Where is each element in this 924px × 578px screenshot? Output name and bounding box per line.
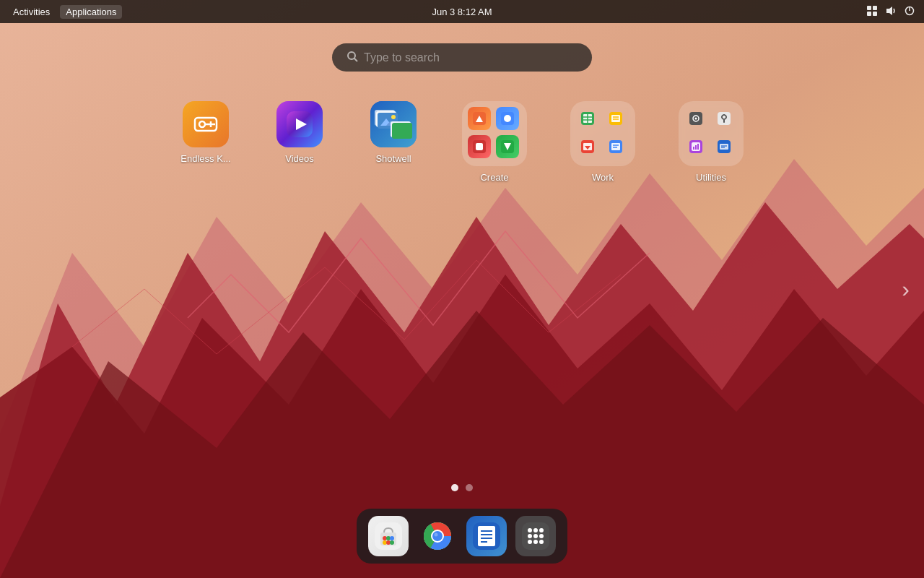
topbar-right [866,5,915,19]
svg-point-60 [725,116,727,118]
svg-rect-5 [867,6,871,10]
videos-icon [276,101,323,147]
create-icon-3 [468,135,491,158]
create-icon-2 [496,107,519,130]
svg-rect-43 [611,115,620,122]
app-item-videos[interactable]: Videos [271,101,328,164]
endless-key-icon [183,101,229,147]
work-folder-icon [570,101,635,166]
work-icon-1 [576,107,599,130]
utilities-folder-icon [679,101,744,166]
svg-point-61 [721,116,723,118]
svg-point-83 [432,531,443,541]
activities-button[interactable]: Activities [9,5,54,19]
svg-rect-68 [720,144,728,150]
endless-key-label: Endless K... [180,153,230,164]
next-page-button[interactable]: › [902,276,910,303]
create-icon-4 [496,135,519,158]
svg-point-55 [695,118,697,120]
svg-point-94 [539,528,544,532]
videos-label: Videos [285,153,314,164]
utilities-label: Utilities [696,172,726,183]
work-icon-3 [576,135,599,158]
svg-point-93 [533,528,538,532]
svg-rect-50 [611,143,620,150]
svg-rect-8 [873,12,877,16]
create-folder-icon [462,101,527,166]
svg-point-95 [528,534,532,538]
svg-line-13 [354,59,357,61]
svg-rect-64 [693,147,694,150]
app-item-create[interactable]: Create [458,101,531,183]
util-icon-1 [684,107,707,130]
svg-point-32 [504,115,511,122]
applications-button[interactable]: Applications [60,5,122,19]
shotwell-label: Shotwell [375,153,411,164]
svg-rect-58 [723,119,725,123]
network-icon[interactable] [866,5,878,19]
app-item-work[interactable]: Work [567,101,639,183]
svg-rect-7 [867,12,871,16]
util-icon-3 [684,135,707,158]
util-icon-2 [712,107,736,130]
svg-point-98 [528,540,532,544]
app-item-shotwell[interactable]: Shotwell [365,101,422,164]
page-dot-1[interactable] [451,484,458,491]
topbar-datetime: Jun 3 8:12 AM [432,7,492,17]
topbar: Activities Applications Jun 3 8:12 AM [0,0,924,23]
svg-point-15 [199,121,205,127]
shotwell-icon [370,101,417,147]
svg-marker-9 [886,7,892,15]
dock-item-chromium[interactable] [417,516,458,556]
svg-point-78 [390,540,394,545]
svg-rect-56 [718,112,731,125]
create-label: Create [480,172,508,183]
svg-point-75 [390,536,394,540]
util-icon-4 [712,135,736,158]
search-bar [332,43,592,72]
dock-item-notes[interactable] [466,516,507,556]
work-icon-2 [604,107,627,130]
create-icon-1 [468,107,491,130]
svg-point-97 [539,534,544,538]
search-input-wrapper[interactable] [332,43,592,72]
dock-item-app-store[interactable] [368,516,409,556]
svg-point-12 [348,52,355,59]
svg-rect-6 [873,6,877,10]
topbar-left: Activities Applications [9,5,122,19]
mountain-background [0,0,924,578]
work-label: Work [592,172,614,183]
dock-item-show-apps[interactable] [515,516,556,556]
dock [357,509,567,564]
svg-point-96 [533,534,538,538]
svg-rect-34 [476,143,483,150]
svg-rect-65 [695,145,697,150]
svg-rect-86 [478,526,495,546]
svg-rect-66 [697,144,699,150]
svg-rect-28 [392,123,412,139]
app-item-endless-key[interactable]: Endless K... [177,101,235,164]
svg-point-99 [533,540,538,544]
pagination [451,484,473,491]
volume-icon[interactable] [885,5,897,19]
search-icon [346,51,358,64]
page-dot-2[interactable] [466,484,473,491]
svg-point-59 [723,114,725,116]
svg-point-100 [539,540,544,544]
app-grid: Endless K... Videos [177,101,747,183]
search-input[interactable] [364,51,578,64]
svg-point-84 [435,533,438,537]
svg-point-92 [528,528,532,532]
work-icon-4 [604,135,627,158]
svg-point-26 [391,115,396,119]
power-icon[interactable] [904,5,915,19]
app-item-utilities[interactable]: Utilities [675,101,747,183]
